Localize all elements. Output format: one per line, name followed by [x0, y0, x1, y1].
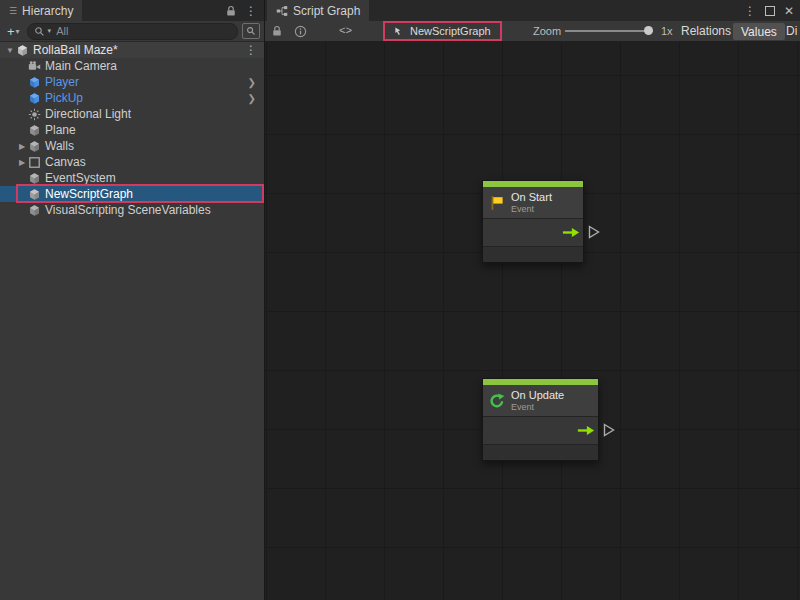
search-filter-caret-icon[interactable]: ▾: [48, 27, 52, 35]
hierarchy-item-label: Main Camera: [45, 59, 117, 73]
create-object-label: +: [7, 24, 15, 39]
light-icon: [28, 108, 41, 121]
zoom-label: Zoom: [533, 21, 561, 41]
scene-menu-icon[interactable]: ⋮: [245, 44, 264, 56]
graph-toolbar: <> NewScriptGraph Zoom 1x Relations Valu…: [265, 21, 800, 42]
tab-script-graph-label: Script Graph: [293, 4, 360, 18]
hierarchy-item-player[interactable]: Player ❯: [0, 74, 264, 90]
loop-icon: [489, 393, 505, 409]
hierarchy-panel: ☰ Hierarchy ⋮ + ▾ ▾: [0, 0, 265, 600]
node-on-update[interactable]: On Update Event: [482, 378, 599, 461]
hierarchy-item-label: Canvas: [45, 155, 86, 169]
foldout-closed-icon[interactable]: ▶: [16, 158, 28, 167]
node-output-row[interactable]: [483, 417, 598, 445]
hierarchy-item-label: Walls: [45, 139, 74, 153]
hierarchy-item-label: NewScriptGraph: [45, 187, 133, 201]
cube-icon: [28, 172, 41, 185]
foldout-open-icon[interactable]: ▼: [4, 46, 16, 55]
maximize-icon[interactable]: [765, 6, 775, 16]
hierarchy-item-main-camera[interactable]: Main Camera: [0, 58, 264, 74]
create-object-button[interactable]: + ▾: [4, 24, 23, 39]
hierarchy-item-directional-light[interactable]: Directional Light: [0, 106, 264, 122]
flow-arrow-icon: [577, 425, 595, 436]
hierarchy-item-label: VisualScripting SceneVariables: [45, 203, 211, 217]
window-menu-icon[interactable]: ⋮: [744, 5, 756, 17]
tab-hierarchy-label: Hierarchy: [22, 4, 73, 18]
prefab-cube-icon: [28, 76, 41, 89]
hierarchy-item-canvas[interactable]: ▶ Canvas: [0, 154, 264, 170]
hierarchy-tree: ▼ RollaBall Maze* ⋮ Main Camera: [0, 42, 264, 218]
zoom-value: 1x: [661, 21, 673, 41]
cube-icon: [28, 124, 41, 137]
dim-button[interactable]: Di: [786, 21, 797, 41]
output-port-icon[interactable]: [588, 225, 600, 239]
graph-canvas[interactable]: On Start Event: [265, 42, 800, 600]
hierarchy-search-box[interactable]: ▾: [27, 23, 238, 40]
prefab-open-chevron-icon[interactable]: ❯: [248, 93, 264, 104]
hierarchy-item-pickup[interactable]: PickUp ❯: [0, 90, 264, 106]
foldout-closed-icon[interactable]: ▶: [16, 142, 28, 151]
code-view-icon[interactable]: <>: [339, 21, 352, 41]
hierarchy-item-label: PickUp: [45, 91, 83, 105]
hierarchy-tab-controls: ⋮: [225, 0, 264, 21]
canvas-icon: [28, 156, 41, 169]
script-graph-icon: [276, 5, 288, 17]
close-icon[interactable]: ✕: [784, 4, 794, 18]
cube-icon: [28, 140, 41, 153]
graph-tabbar: Script Graph ⋮ ✕: [265, 0, 800, 21]
script-graph-asset-icon: [394, 26, 405, 37]
info-icon[interactable]: [294, 21, 307, 41]
node-footer: [483, 445, 598, 460]
search-window-icon[interactable]: [242, 23, 260, 39]
cube-icon: [28, 204, 41, 217]
hierarchy-item-label: Directional Light: [45, 107, 131, 121]
node-header[interactable]: On Update Event: [483, 385, 598, 417]
node-output-row[interactable]: [483, 219, 583, 247]
flow-arrow-icon: [562, 227, 580, 238]
zoom-slider-knob[interactable]: [644, 26, 653, 35]
output-port-icon[interactable]: [603, 423, 615, 437]
camera-icon: [28, 60, 41, 73]
graph-lock-icon[interactable]: [271, 21, 283, 41]
node-header[interactable]: On Start Event: [483, 187, 583, 219]
cube-icon: [28, 188, 41, 201]
hierarchy-item-newscriptgraph[interactable]: NewScriptGraph: [0, 186, 264, 202]
unity-scene-icon: [16, 44, 29, 57]
tab-hierarchy[interactable]: ☰ Hierarchy: [0, 0, 82, 21]
magnifier-icon: [34, 26, 45, 37]
node-footer: [483, 247, 583, 262]
graph-asset-breadcrumb[interactable]: NewScriptGraph: [383, 21, 502, 41]
node-on-start[interactable]: On Start Event: [482, 180, 584, 263]
zoom-slider[interactable]: [565, 21, 653, 41]
chevron-down-icon: ▾: [16, 27, 20, 36]
flag-icon: [489, 195, 505, 211]
node-subtitle: Event: [511, 402, 564, 412]
prefab-cube-icon: [28, 92, 41, 105]
hierarchy-item-visualscripting-scenevariables[interactable]: VisualScripting SceneVariables: [0, 202, 264, 218]
prefab-open-chevron-icon[interactable]: ❯: [248, 77, 264, 88]
unity-editor-window: ☰ Hierarchy ⋮ + ▾ ▾: [0, 0, 800, 600]
graph-asset-name: NewScriptGraph: [410, 25, 491, 37]
hierarchy-item-eventsystem[interactable]: EventSystem: [0, 170, 264, 186]
node-title: On Start: [511, 191, 552, 204]
tab-script-graph[interactable]: Script Graph: [267, 0, 369, 21]
hierarchy-item-label: Plane: [45, 123, 76, 137]
hierarchy-search-input[interactable]: [54, 24, 231, 38]
hierarchy-tabbar: ☰ Hierarchy ⋮: [0, 0, 264, 21]
node-title: On Update: [511, 389, 564, 402]
relations-button[interactable]: Relations: [677, 21, 735, 41]
zoom-slider-track[interactable]: [565, 30, 653, 32]
lock-icon[interactable]: [225, 5, 237, 17]
hierarchy-menu-icon[interactable]: ⋮: [245, 5, 257, 17]
window-controls: ⋮ ✕: [744, 0, 794, 21]
values-button[interactable]: Values: [733, 23, 785, 40]
hierarchy-item-walls[interactable]: ▶ Walls: [0, 138, 264, 154]
script-graph-panel: Script Graph ⋮ ✕ <> NewScriptGraph: [265, 0, 800, 600]
panel-menu-icon: ☰: [9, 6, 17, 16]
scene-header-row[interactable]: ▼ RollaBall Maze* ⋮: [0, 42, 264, 58]
hierarchy-item-label: Player: [45, 75, 79, 89]
scene-name: RollaBall Maze*: [33, 43, 118, 57]
node-subtitle: Event: [511, 204, 552, 214]
hierarchy-item-plane[interactable]: Plane: [0, 122, 264, 138]
hierarchy-toolbar: + ▾ ▾: [0, 21, 264, 42]
